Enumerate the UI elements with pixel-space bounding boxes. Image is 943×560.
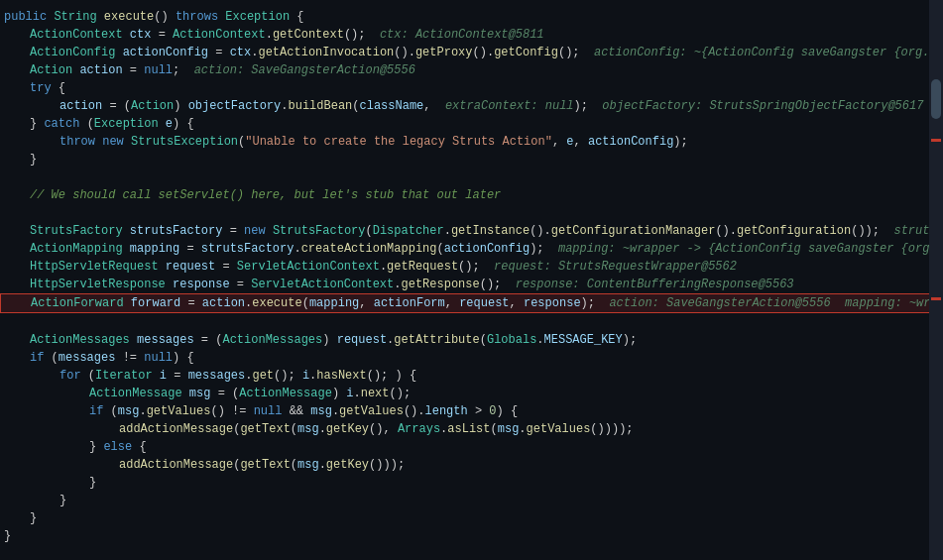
code-line-10 — [0, 168, 943, 186]
code-line-12 — [0, 204, 943, 222]
code-line-26: addActionMessage(getText(msg.getKey())); — [0, 456, 943, 474]
code-line-19: ActionMessages messages = (ActionMessage… — [0, 331, 943, 349]
type-string: String — [54, 8, 103, 26]
code-line-16: HttpServletResponse response = ServletAc… — [0, 276, 943, 293]
code-line-29: } — [0, 509, 943, 527]
code-line-14: ActionMapping mapping = strutsFactory.cr… — [0, 240, 943, 258]
code-line-15: HttpServletRequest request = ServletActi… — [0, 258, 943, 276]
code-line-7: } catch (Exception e) { — [0, 115, 943, 133]
code-line-28: } — [0, 492, 943, 509]
code-line-30: } — [0, 527, 943, 545]
code-line-20: if (messages != null) { — [0, 349, 943, 367]
keyword-public: public — [4, 8, 54, 26]
scrollbar-thumb[interactable] — [931, 79, 941, 119]
code-line-6: action = (Action) objectFactory.buildBea… — [0, 97, 943, 115]
code-line-3: ActionConfig actionConfig = ctx.getActio… — [0, 44, 943, 61]
code-line-27: } — [0, 474, 943, 492]
code-line-2: ActionContext ctx = ActionContext.getCon… — [0, 26, 943, 44]
scrollbar[interactable] — [929, 0, 943, 560]
code-line-25: } else { — [0, 438, 943, 456]
code-line-22: ActionMessage msg = (ActionMessage) i.ne… — [0, 385, 943, 402]
code-line-13: StrutsFactory strutsFactory = new Struts… — [0, 222, 943, 240]
code-line-24: addActionMessage(getText(msg.getKey(), A… — [0, 420, 943, 438]
scrollbar-marker-1 — [931, 139, 941, 142]
code-line-17-highlighted: ActionForward forward = action.execute(m… — [0, 293, 943, 313]
scrollbar-marker-2 — [931, 297, 941, 300]
code-line-1: public String execute() throws Exception… — [0, 8, 943, 26]
method-execute: execute — [104, 8, 154, 26]
code-line-8: throw new StrutsException("Unable to cre… — [0, 133, 943, 151]
code-line-5: try { — [0, 79, 943, 97]
code-line-9: } — [0, 151, 943, 168]
code-line-4: Action action = null; action: SaveGangst… — [0, 61, 943, 79]
code-editor: public String execute() throws Exception… — [0, 0, 943, 560]
code-line-21: for (Iterator i = messages.get(); i.hasN… — [0, 367, 943, 385]
code-line-23: if (msg.getValues() != null && msg.getVa… — [0, 402, 943, 420]
code-line-11: // We should call setServlet() here, but… — [0, 186, 943, 204]
code-line-18 — [0, 313, 943, 331]
